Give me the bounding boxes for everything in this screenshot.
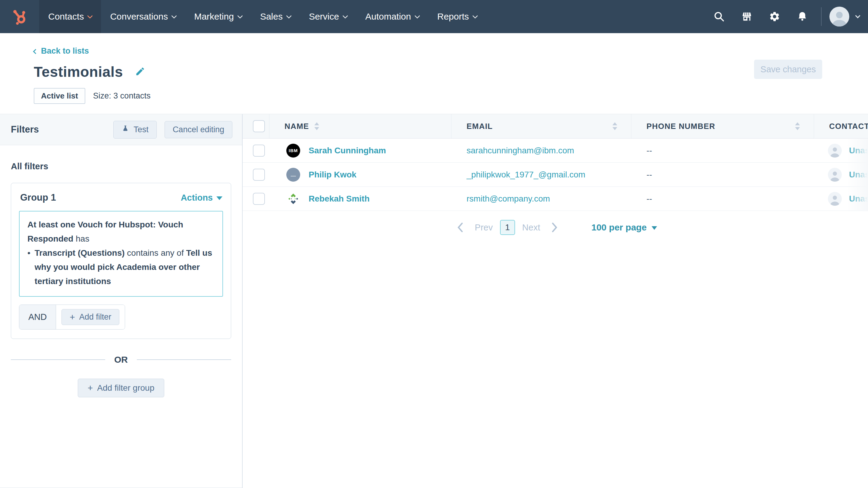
contact-phone: -- xyxy=(631,194,814,204)
nav-item-label: Reports xyxy=(437,11,469,22)
company-logo-avatar: IBM xyxy=(286,144,300,158)
list-type-badge: Active list xyxy=(34,88,85,104)
page-header: Back to lists Testimonials Active list S… xyxy=(0,33,868,114)
condition-detail: • Transcript (Questions) contains any of… xyxy=(27,246,215,288)
hubspot-logo-icon[interactable] xyxy=(0,0,39,33)
marketplace-icon[interactable] xyxy=(733,11,761,22)
contact-owner-link[interactable]: Unassigned xyxy=(849,170,868,180)
settings-gear-icon[interactable] xyxy=(761,11,788,22)
initial-avatar: _ xyxy=(286,168,300,182)
chevron-down-icon xyxy=(87,13,93,19)
filters-title: Filters xyxy=(11,124,39,135)
contact-owner-link[interactable]: Unassigned xyxy=(849,194,868,204)
company-logo-avatar xyxy=(286,192,300,206)
top-nav: Contacts Conversations Marketing Sales S… xyxy=(0,0,868,33)
chevron-left-icon xyxy=(33,49,38,54)
nav-item-contacts[interactable]: Contacts xyxy=(39,0,101,33)
column-header-name[interactable]: NAME xyxy=(269,114,451,138)
sort-icon[interactable] xyxy=(613,122,617,130)
add-filter-group-button[interactable]: + Add filter group xyxy=(78,379,164,397)
add-filter-label: Add filter xyxy=(79,313,112,322)
save-changes-button[interactable]: Save changes xyxy=(754,60,822,79)
contact-name-link[interactable]: Philip Kwok xyxy=(309,170,356,180)
contact-email-link[interactable]: rsmith@company.com xyxy=(467,194,550,204)
nav-item-service[interactable]: Service xyxy=(300,0,356,33)
notifications-bell-icon[interactable] xyxy=(788,11,816,22)
nav-item-sales[interactable]: Sales xyxy=(251,0,300,33)
back-to-lists-link[interactable]: Back to lists xyxy=(34,46,89,56)
next-page-chevron-icon[interactable] xyxy=(547,221,561,234)
table-row: IBM Sarah Cunningham sarahcunningham@ibm… xyxy=(243,138,868,163)
nav-item-label: Automation xyxy=(365,11,411,22)
prev-page-button[interactable]: Prev xyxy=(475,223,493,233)
content: Filters Test Cancel editing All filters … xyxy=(0,114,868,488)
nav-item-label: Marketing xyxy=(194,11,234,22)
and-filter-row: AND + Add filter xyxy=(19,304,125,330)
column-header-email[interactable]: EMAIL xyxy=(451,114,631,138)
contact-email-link[interactable]: sarahcunningham@ibm.com xyxy=(467,146,574,156)
owner-avatar xyxy=(828,144,842,158)
chevron-down-icon xyxy=(286,13,291,19)
next-page-button[interactable]: Next xyxy=(522,223,540,233)
list-size-text: Size: 3 contacts xyxy=(93,91,151,101)
chevron-down-icon xyxy=(171,13,177,19)
caret-down-icon xyxy=(652,226,657,230)
chevron-down-icon xyxy=(237,13,243,19)
nav-item-label: Service xyxy=(309,11,339,22)
nav-item-label: Sales xyxy=(260,11,283,22)
row-checkbox[interactable] xyxy=(253,169,265,181)
add-filter-group-label: Add filter group xyxy=(97,383,154,393)
contact-email-link[interactable]: _philipkwok_1977_@gmail.com xyxy=(467,170,585,180)
row-checkbox[interactable] xyxy=(253,193,265,205)
table-header-row: NAME EMAIL PHONE NUMBER CONTACT OWNER xyxy=(243,114,868,138)
edit-pencil-icon[interactable] xyxy=(135,66,145,78)
owner-avatar xyxy=(828,192,842,206)
owner-avatar xyxy=(828,168,842,182)
contacts-table: NAME EMAIL PHONE NUMBER CONTACT OWNER xyxy=(243,114,868,488)
column-header-phone[interactable]: PHONE NUMBER xyxy=(631,114,814,138)
test-button-label: Test xyxy=(133,125,149,134)
row-checkbox[interactable] xyxy=(253,144,265,157)
contact-name-link[interactable]: Sarah Cunningham xyxy=(309,146,386,156)
contact-name-link[interactable]: Rebekah Smith xyxy=(309,194,370,204)
cancel-editing-button[interactable]: Cancel editing xyxy=(164,121,232,138)
condition-intro: At least one Vouch for Hubspot: Vouch Re… xyxy=(27,218,215,246)
test-button[interactable]: Test xyxy=(113,121,157,138)
caret-down-icon xyxy=(216,196,222,200)
per-page-dropdown[interactable]: 100 per page xyxy=(591,222,657,233)
filter-group-card: Group 1 Actions At least one Vouch for H… xyxy=(11,183,231,339)
sort-icon[interactable] xyxy=(314,122,319,130)
flask-icon xyxy=(121,125,129,135)
plus-icon: + xyxy=(88,384,93,392)
table-row: _ Philip Kwok _philipkwok_1977_@gmail.co… xyxy=(243,163,868,187)
prev-page-chevron-icon[interactable] xyxy=(454,221,467,234)
chevron-down-icon xyxy=(342,13,348,19)
chevron-down-icon xyxy=(472,13,478,19)
filter-condition[interactable]: At least one Vouch for Hubspot: Vouch Re… xyxy=(19,211,223,297)
nav-item-reports[interactable]: Reports xyxy=(428,0,486,33)
nav-item-conversations[interactable]: Conversations xyxy=(101,0,185,33)
nav-divider xyxy=(821,7,822,26)
actions-label: Actions xyxy=(181,193,213,203)
column-header-contact-owner[interactable]: CONTACT OWNER xyxy=(814,114,868,138)
contact-phone: -- xyxy=(631,146,814,156)
pagination: Prev 1 Next 100 per page xyxy=(243,220,868,235)
filters-panel: Filters Test Cancel editing All filters … xyxy=(0,114,243,488)
user-avatar[interactable] xyxy=(830,7,849,27)
or-label: OR xyxy=(114,355,128,365)
search-icon[interactable] xyxy=(705,11,733,22)
contact-owner-link[interactable]: Unassigned xyxy=(849,146,868,156)
account-chevron-down-icon[interactable] xyxy=(855,13,861,19)
or-divider: OR xyxy=(11,355,231,365)
page-title: Testimonials xyxy=(34,64,123,80)
sort-icon[interactable] xyxy=(795,122,800,130)
add-filter-button[interactable]: + Add filter xyxy=(61,309,119,325)
nav-item-marketing[interactable]: Marketing xyxy=(185,0,251,33)
nav-item-automation[interactable]: Automation xyxy=(356,0,428,33)
current-page-number[interactable]: 1 xyxy=(500,220,515,235)
nav-item-label: Conversations xyxy=(110,11,168,22)
back-link-label: Back to lists xyxy=(41,46,89,56)
chevron-down-icon xyxy=(414,13,420,19)
select-all-checkbox[interactable] xyxy=(253,120,265,132)
actions-dropdown[interactable]: Actions xyxy=(181,193,222,203)
